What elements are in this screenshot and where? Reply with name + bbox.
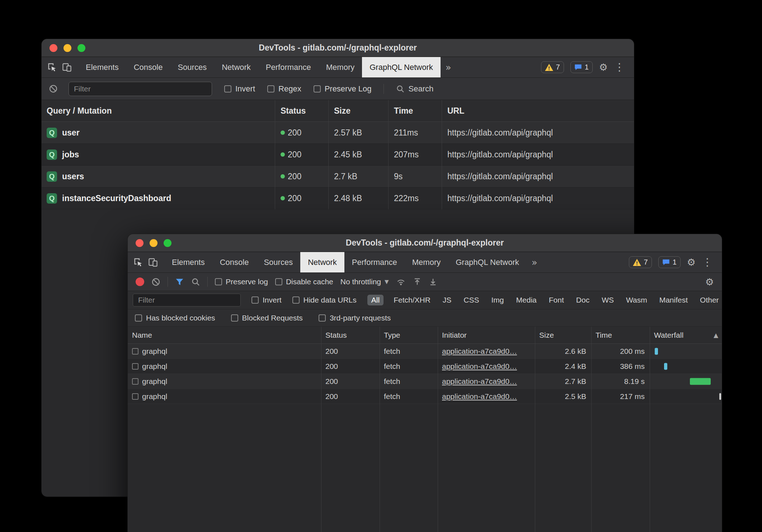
column-header-initiator[interactable]: Initiator (438, 327, 535, 343)
invert-checkbox[interactable]: Invert (251, 296, 282, 304)
column-header-type[interactable]: Type (380, 327, 438, 343)
checkbox-box[interactable] (267, 85, 274, 92)
checkbox-box[interactable] (224, 85, 231, 92)
clear-icon[interactable] (49, 84, 58, 93)
row-checkbox[interactable] (132, 363, 138, 370)
initiator-link[interactable]: application-a7ca9d0… (442, 362, 517, 371)
column-divider[interactable] (388, 100, 389, 209)
kebab-menu-icon[interactable]: ⋮ (614, 62, 625, 72)
column-divider[interactable] (328, 100, 329, 209)
row-checkbox[interactable] (132, 393, 138, 400)
preserve-log-checkbox[interactable]: Preserve Log (314, 84, 372, 94)
record-button[interactable] (136, 277, 144, 286)
column-header-time[interactable]: Time (388, 106, 442, 116)
column-header-size[interactable]: Size (535, 327, 591, 343)
tab-memory[interactable]: Memory (405, 252, 448, 272)
checkbox-box[interactable] (319, 314, 326, 322)
clear-icon[interactable] (151, 277, 160, 286)
column-header-time[interactable]: Time (591, 327, 650, 343)
column-header-name[interactable]: Name (128, 327, 321, 343)
close-window-button[interactable] (136, 239, 144, 247)
column-header-status[interactable]: Status (321, 327, 380, 343)
network-conditions-icon[interactable] (396, 278, 406, 286)
warnings-badge[interactable]: 7 (629, 256, 652, 268)
invert-checkbox[interactable]: Invert (224, 84, 255, 94)
settings-gear-icon[interactable]: ⚙ (687, 257, 696, 267)
tab-performance[interactable]: Performance (344, 252, 405, 272)
column-divider[interactable] (275, 100, 275, 209)
tab-network[interactable]: Network (300, 252, 344, 272)
request-row[interactable]: graphql 200 fetch application-a7ca9d0… 2… (128, 389, 722, 404)
column-divider[interactable] (321, 327, 321, 532)
tab-graphql-network[interactable]: GraphQL Network (362, 57, 440, 77)
column-header-url[interactable]: URL (442, 106, 634, 116)
tab-elements[interactable]: Elements (164, 252, 212, 272)
request-row[interactable]: graphql 200 fetch application-a7ca9d0… 2… (128, 374, 722, 389)
initiator-link[interactable]: application-a7ca9d0… (442, 377, 517, 386)
messages-badge[interactable]: 1 (658, 256, 681, 268)
column-divider[interactable] (535, 327, 535, 532)
device-toolbar-icon[interactable] (148, 257, 158, 267)
checkbox-box[interactable] (292, 296, 300, 304)
search-control[interactable]: Search (396, 84, 433, 94)
more-tabs-icon[interactable]: » (441, 57, 456, 77)
column-header-query-mutation[interactable]: Query / Mutation (42, 106, 275, 116)
query-row[interactable]: Q instanceSecurityDashboard 200 2.48 kB … (42, 187, 634, 209)
search-icon[interactable] (191, 277, 200, 286)
filter-chip-media[interactable]: Media (514, 295, 539, 305)
checkbox-box[interactable] (135, 314, 142, 322)
zoom-window-button[interactable] (164, 239, 171, 247)
tab-memory[interactable]: Memory (319, 57, 362, 77)
filter-chip-js[interactable]: JS (441, 295, 454, 305)
column-divider[interactable] (442, 100, 442, 209)
export-har-icon[interactable] (429, 277, 437, 286)
column-divider[interactable] (591, 327, 592, 532)
checkbox-box[interactable] (275, 278, 282, 285)
import-har-icon[interactable] (413, 277, 422, 286)
column-header-size[interactable]: Size (328, 106, 388, 116)
checkbox-box[interactable] (215, 278, 222, 285)
filter-chip-doc[interactable]: Doc (574, 295, 592, 305)
throttling-dropdown[interactable]: No throttling ▼ (340, 277, 389, 286)
checkbox-box[interactable] (314, 85, 321, 92)
minimize-window-button[interactable] (64, 44, 71, 52)
zoom-window-button[interactable] (77, 44, 85, 52)
regex-checkbox[interactable]: Regex (267, 84, 301, 94)
third-party-requests-checkbox[interactable]: 3rd-party requests (319, 314, 391, 322)
checkbox-box[interactable] (251, 296, 259, 304)
preserve-log-checkbox[interactable]: Preserve log (215, 277, 268, 286)
tab-console[interactable]: Console (212, 252, 257, 272)
initiator-link[interactable]: application-a7ca9d0… (442, 347, 517, 356)
tab-sources[interactable]: Sources (256, 252, 300, 272)
tab-performance[interactable]: Performance (258, 57, 319, 77)
has-blocked-cookies-checkbox[interactable]: Has blocked cookies (135, 314, 215, 322)
kebab-menu-icon[interactable]: ⋮ (702, 257, 712, 267)
minimize-window-button[interactable] (150, 239, 157, 247)
filter-chip-manifest[interactable]: Manifest (657, 295, 690, 305)
inspect-element-icon[interactable] (133, 257, 143, 267)
filter-chip-all[interactable]: All (367, 295, 384, 305)
query-row[interactable]: Q jobs 200 2.45 kB 207ms https://gitlab.… (42, 144, 634, 166)
column-divider[interactable] (380, 327, 380, 532)
disable-cache-checkbox[interactable]: Disable cache (275, 277, 333, 286)
tab-network[interactable]: Network (214, 57, 258, 77)
filter-chip-wasm[interactable]: Wasm (624, 295, 649, 305)
tab-graphql-network[interactable]: GraphQL Network (448, 252, 526, 272)
network-settings-gear-icon[interactable]: ⚙ (705, 277, 714, 287)
close-window-button[interactable] (50, 44, 57, 52)
messages-badge[interactable]: 1 (570, 61, 593, 73)
warnings-badge[interactable]: 7 (541, 61, 564, 73)
filter-chip-css[interactable]: CSS (461, 295, 481, 305)
filter-chip-other[interactable]: Other (698, 295, 721, 305)
filter-input[interactable] (69, 82, 212, 96)
filter-chip-ws[interactable]: WS (599, 295, 616, 305)
filter-chip-font[interactable]: Font (547, 295, 566, 305)
tab-elements[interactable]: Elements (78, 57, 126, 77)
request-row[interactable]: graphql 200 fetch application-a7ca9d0… 2… (128, 359, 722, 374)
filter-chip-img[interactable]: Img (489, 295, 506, 305)
settings-gear-icon[interactable]: ⚙ (599, 62, 608, 72)
hide-data-urls-checkbox[interactable]: Hide data URLs (292, 296, 357, 304)
query-row[interactable]: Q user 200 2.57 kB 211ms https://gitlab.… (42, 122, 634, 144)
more-tabs-icon[interactable]: » (527, 252, 542, 272)
filter-input[interactable] (133, 294, 241, 307)
